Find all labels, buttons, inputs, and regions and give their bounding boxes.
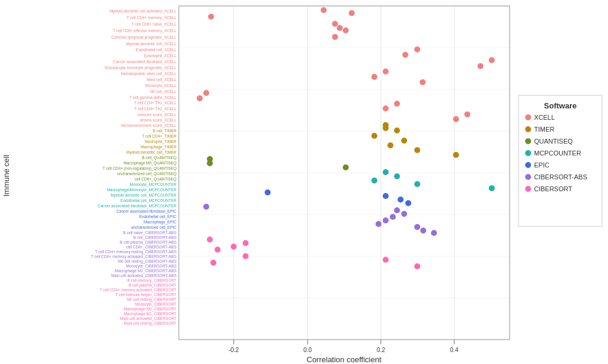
data-point bbox=[464, 111, 470, 117]
data-point bbox=[453, 152, 459, 158]
x-tick-label-04: 0.4 bbox=[450, 347, 458, 353]
data-point bbox=[477, 63, 483, 69]
y-label: B cell_QUANTISEQ bbox=[142, 155, 176, 160]
y-label: Mast cell activated_CIBERSORT-ABS bbox=[111, 273, 176, 278]
y-label: T cell follicular helper_CIBERSORT bbox=[116, 293, 176, 297]
y-label: Macrophage M1_CIBERSORT bbox=[124, 312, 176, 316]
y-label: Macrophage_TIMER bbox=[141, 145, 176, 150]
data-point bbox=[489, 185, 495, 191]
legend-title: Software bbox=[544, 101, 577, 110]
data-point bbox=[215, 247, 221, 253]
data-point bbox=[332, 21, 338, 27]
data-point bbox=[383, 217, 389, 223]
y-label: Macrophage/Monocyte_MCPCOUNTER bbox=[107, 188, 177, 192]
data-point bbox=[210, 260, 216, 266]
y-label: Cancer associated fibroblast_MCPCOUNTER bbox=[98, 204, 177, 209]
data-point bbox=[383, 105, 389, 111]
legend-label-timer: TIMER bbox=[534, 126, 554, 133]
data-point bbox=[394, 127, 400, 133]
y-label: immune score_XCELL bbox=[138, 113, 176, 117]
y-label: Neutrophil_TIMER bbox=[145, 139, 177, 144]
y-label: Mast cell_XCELL bbox=[147, 77, 176, 82]
y-label: B cell_TIMER bbox=[153, 129, 176, 133]
y-label: Endothelial cell_XCELL bbox=[136, 48, 176, 52]
data-point bbox=[332, 34, 338, 40]
y-label: T cell CD4+ memory_XCELL bbox=[126, 15, 176, 20]
y-axis-label: Immune cell bbox=[2, 155, 11, 197]
y-label: T cell CD4+ memory activated_CIBERSORT bbox=[100, 288, 176, 293]
y-label: T cell CD4+ (non-regulatory)_QUANTISEQ bbox=[103, 166, 176, 171]
legend-label-cibersort: CIBERSORT bbox=[534, 185, 572, 192]
data-point bbox=[420, 228, 426, 234]
data-point bbox=[265, 189, 271, 195]
y-label: NK cell_XCELL bbox=[150, 89, 176, 94]
data-point bbox=[243, 253, 249, 259]
legend-label-xcell: XCELL bbox=[534, 114, 555, 121]
data-point bbox=[414, 263, 420, 269]
y-label: NK cell resting_CIBERSORT bbox=[127, 297, 176, 302]
legend-icon-quantiseq bbox=[525, 138, 531, 144]
y-label: Myeloid dendritic cell_MCPCOUNTER bbox=[110, 193, 176, 198]
x-tick-label-02: 0.2 bbox=[377, 347, 385, 353]
y-label: Macrophage_EPIC bbox=[144, 220, 176, 225]
data-point bbox=[343, 164, 349, 170]
data-point bbox=[401, 138, 407, 144]
data-point bbox=[321, 7, 327, 13]
y-label: T cell CD4+_TIMER bbox=[142, 134, 176, 139]
y-label: cell CD8+_CIBERSORT-ABS bbox=[126, 245, 176, 250]
y-label: T cell CD4+ memory activated_CIBERSORT-A… bbox=[91, 254, 177, 259]
legend-label-quantiseq: QUANTISEQ bbox=[534, 138, 573, 145]
data-point bbox=[231, 244, 237, 250]
y-label: T cell CD8+ naive_XCELL bbox=[131, 22, 176, 27]
y-label: Eosinophil_XCELL bbox=[144, 54, 177, 58]
data-point bbox=[420, 79, 426, 85]
data-point bbox=[197, 95, 203, 101]
y-label: stroma score_XCELL bbox=[139, 118, 176, 123]
y-label: NK cell resting_CIBERSORT-ABS bbox=[118, 259, 177, 264]
data-point bbox=[371, 178, 377, 183]
y-label: T cell CD8+ effector memory_XCELL bbox=[113, 29, 176, 33]
legend-icon-timer bbox=[525, 126, 531, 132]
data-point bbox=[203, 90, 209, 96]
data-point bbox=[371, 133, 377, 139]
y-label: Common lymphoid progenitor_XCELL bbox=[111, 35, 177, 40]
x-tick-label-neg02: -0.2 bbox=[228, 347, 239, 353]
y-label: Macrophage M2_CIBERSORT-ABS bbox=[115, 269, 177, 273]
data-point bbox=[394, 173, 400, 179]
y-label: B cell plasma_CIBERSORT bbox=[129, 283, 176, 288]
data-point bbox=[349, 10, 355, 16]
data-point bbox=[394, 207, 400, 213]
y-label: Cancer associated fibroblast_EPIC bbox=[116, 209, 176, 214]
legend-icon-xcell bbox=[525, 114, 531, 120]
data-point bbox=[453, 116, 459, 122]
data-point bbox=[414, 147, 420, 153]
y-label: Monocyte_CIBERSORT-ABS bbox=[126, 264, 177, 269]
data-point bbox=[383, 193, 389, 199]
legend-icon-cibersort-abs bbox=[525, 174, 531, 180]
data-point bbox=[414, 224, 420, 230]
y-label: Granulocyte-monocyte progenitor_XCELL bbox=[104, 66, 176, 70]
y-label: B cell memory_CIBERSORT bbox=[127, 278, 176, 283]
legend-label-mcpcounter: MCPCOUNTER bbox=[534, 150, 581, 157]
y-label: microenvironment score_XCELL bbox=[120, 123, 176, 128]
data-point bbox=[390, 214, 396, 220]
chart-container: -0.2 0.0 0.2 0.4 Correlation coefficient… bbox=[0, 0, 608, 364]
data-point bbox=[243, 240, 249, 246]
legend-box bbox=[519, 95, 602, 226]
y-label: T cell CD4+ Th2_XCELL bbox=[134, 107, 177, 111]
y-label: B cell_CIBERSORT-ABS bbox=[134, 235, 177, 240]
data-point bbox=[414, 46, 420, 52]
data-point bbox=[383, 257, 389, 263]
data-point bbox=[207, 160, 213, 166]
data-point bbox=[414, 181, 420, 187]
data-point bbox=[208, 14, 214, 20]
legend-label-cibersort-abs: CIBERSORT-ABS bbox=[534, 173, 587, 181]
data-point bbox=[376, 221, 381, 227]
y-label: Hematopoietic stem cell_XCELL bbox=[121, 71, 177, 76]
y-label: Endothelial cell_MCPCOUNTER bbox=[120, 198, 176, 203]
data-point bbox=[398, 197, 404, 203]
y-label: cell CD8+_QUANTISEQ bbox=[135, 177, 176, 182]
data-point bbox=[371, 74, 377, 80]
data-point bbox=[207, 237, 213, 242]
data-point bbox=[394, 101, 400, 107]
